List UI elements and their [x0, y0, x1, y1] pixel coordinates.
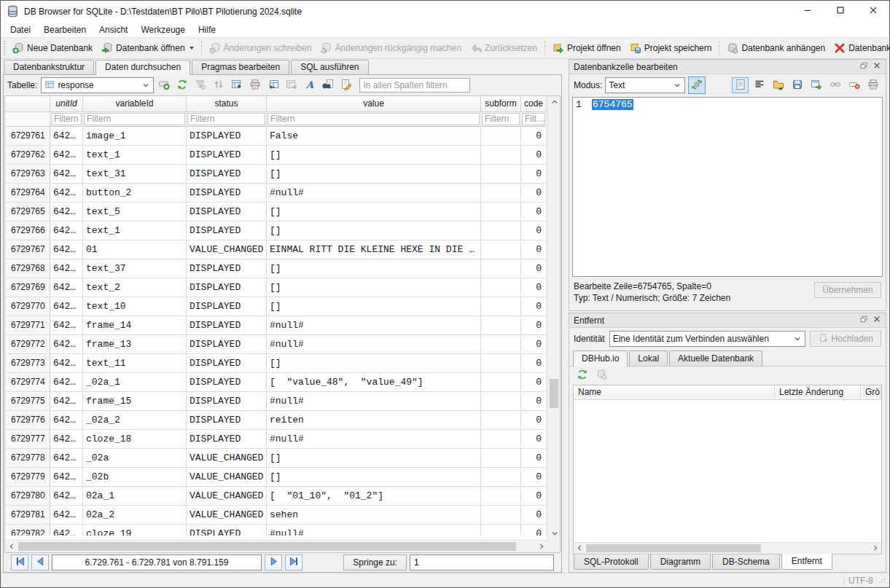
table-row[interactable]: 6729766642…text_1DISPLAYED[]0 — [5, 222, 547, 240]
save-filter-sort-button[interactable] — [211, 77, 227, 93]
cell-status[interactable]: DISPLAYED — [187, 411, 267, 430]
cell-status[interactable]: DISPLAYED — [187, 222, 267, 240]
cell-code[interactable]: 0 — [521, 392, 547, 411]
edit-cells-button[interactable] — [338, 77, 354, 93]
cell-subform[interactable] — [481, 468, 521, 487]
cell-status[interactable]: DISPLAYED — [187, 392, 267, 411]
tab-sql-ausf-hren[interactable]: SQL ausführen — [291, 60, 368, 74]
cell-variableid[interactable]: text_37 — [83, 259, 187, 278]
datenbank-anh-ngen-button[interactable]: Datenbank anhängen — [722, 39, 830, 57]
cell-subform[interactable] — [481, 487, 521, 506]
cell-variableid[interactable]: _02a_2 — [83, 411, 187, 430]
table-row[interactable]: 6729779642…_02bVALUE_CHANGED[]0 — [5, 468, 547, 487]
import-cell-data-button[interactable] — [770, 77, 786, 93]
table-selector[interactable]: response — [41, 77, 154, 93]
cell-editor-value[interactable]: 6754765 — [592, 99, 633, 110]
export-records-button[interactable] — [284, 77, 300, 93]
cell-variableid[interactable]: cloze_18 — [83, 430, 187, 449]
cell-subform[interactable] — [481, 127, 521, 146]
cell-value[interactable]: sehen — [267, 506, 481, 525]
export-cell-data-button[interactable] — [789, 77, 805, 93]
column-filter-input[interactable]: Filtern — [187, 113, 265, 125]
cell-variableid[interactable]: _02a_1 — [83, 373, 187, 392]
remote-tab-aktuelle-datenbank[interactable]: Aktuelle Datenbank — [669, 350, 762, 366]
cell-value[interactable]: [] — [267, 146, 481, 165]
float-panel-icon[interactable] — [859, 315, 868, 326]
table-row[interactable]: 6729769642…text_2DISPLAYED[]0 — [5, 278, 547, 297]
cell-status[interactable]: VALUE_CHANGED — [187, 240, 267, 259]
cell-unitid[interactable]: 642… — [50, 278, 83, 297]
row-number[interactable]: 6729778 — [5, 449, 50, 468]
column-header-unitid[interactable]: unitId — [50, 96, 83, 112]
vertical-scroll-thumb[interactable] — [550, 379, 558, 408]
last-record-button[interactable] — [285, 554, 302, 571]
cell-value[interactable]: [] — [267, 203, 481, 222]
cell-code[interactable]: 0 — [521, 203, 547, 222]
cell-code[interactable]: 0 — [521, 354, 547, 373]
row-number[interactable]: 6729771 — [5, 316, 50, 335]
text-mode-button[interactable] — [732, 77, 749, 93]
cell-value[interactable]: [] — [267, 354, 481, 373]
encoding-indicator[interactable]: UTF-8 — [848, 576, 873, 586]
cell-code[interactable]: 0 — [521, 165, 547, 184]
remote-table-body[interactable] — [574, 400, 881, 542]
cell-code[interactable]: 0 — [521, 316, 547, 335]
row-number[interactable]: 6729765 — [5, 203, 50, 222]
apply-button[interactable]: Übernehmen — [814, 282, 881, 298]
cell-variableid[interactable]: text_11 — [83, 354, 187, 373]
cell-variableid[interactable]: text_1 — [83, 222, 187, 240]
scroll-right-arrow-icon[interactable] — [535, 541, 547, 553]
import-records-button[interactable] — [265, 77, 281, 93]
cell-variableid[interactable]: text_1 — [83, 146, 187, 165]
table-row[interactable]: 6729765642…text_5DISPLAYED[]0 — [5, 203, 547, 222]
first-record-button[interactable] — [11, 554, 28, 571]
cell-code[interactable]: 0 — [521, 373, 547, 392]
close-window-button[interactable] — [856, 1, 889, 22]
cell-value[interactable]: [ "01_10", "01_2"] — [267, 487, 481, 506]
cell-unitid[interactable]: 642… — [50, 525, 83, 536]
mode-selector[interactable]: Text — [605, 77, 685, 93]
close-panel-icon[interactable] — [873, 315, 881, 326]
remote-scroll-thumb[interactable] — [586, 544, 761, 552]
row-number[interactable]: 6729770 — [5, 297, 50, 316]
column-header-value[interactable]: value — [267, 96, 481, 112]
cell-value[interactable]: [] — [267, 165, 481, 184]
cell-status[interactable]: DISPLAYED — [187, 203, 267, 222]
cell-value[interactable]: EINMAL RITT DIE KLEINE HEXE IN DIE … — [267, 240, 481, 259]
cell-subform[interactable] — [481, 335, 521, 354]
cell-variableid[interactable]: _02a — [83, 449, 187, 468]
cell-subform[interactable] — [481, 222, 521, 240]
cell-subform[interactable] — [481, 411, 521, 430]
row-number[interactable]: 6729768 — [5, 259, 50, 278]
remote-column-header-letzte-nderung[interactable]: Letzte Änderung — [775, 385, 861, 399]
refresh-table-button[interactable] — [174, 77, 190, 93]
cell-code[interactable]: 0 — [521, 127, 547, 146]
filter-all-columns-input[interactable] — [359, 78, 470, 93]
previous-record-button[interactable] — [31, 554, 49, 571]
cell-status[interactable]: DISPLAYED — [187, 259, 267, 278]
cell-subform[interactable] — [481, 165, 521, 184]
remote-horizontal-scrollbar[interactable] — [574, 542, 881, 554]
tab-datenbankstruktur[interactable]: Datenbankstruktur — [4, 60, 94, 74]
cell-variableid[interactable]: frame_14 — [83, 316, 187, 335]
horizontal-scrollbar[interactable] — [5, 540, 547, 552]
table-row[interactable]: 6729773642…text_11DISPLAYED[]0 — [5, 354, 547, 373]
table-row[interactable]: 6729774642…_02a_1DISPLAYED[ "value_48", … — [5, 373, 547, 392]
cell-value[interactable]: [] — [267, 468, 481, 487]
cell-code[interactable]: 0 — [521, 297, 547, 316]
jump-to-input[interactable] — [410, 554, 554, 571]
cell-code[interactable]: 0 — [521, 259, 547, 278]
cell-subform[interactable] — [481, 430, 521, 449]
cell-value[interactable]: #null# — [267, 430, 481, 449]
cell-variableid[interactable]: frame_15 — [83, 392, 187, 411]
tab-pragmas-bearbeiten[interactable]: Pragmas bearbeiten — [192, 60, 289, 74]
menu-item-bearbeiten[interactable]: Bearbeiten — [37, 23, 93, 37]
cell-value[interactable]: #null# — [267, 392, 481, 411]
table-row[interactable]: 6729763642…text_31DISPLAYED[]0 — [5, 165, 547, 184]
cell-status[interactable]: DISPLAYED — [187, 525, 267, 536]
cell-subform[interactable] — [481, 203, 521, 222]
cell-variableid[interactable]: text_5 — [83, 203, 187, 222]
cell-code[interactable]: 0 — [521, 525, 547, 536]
refresh-remote-icon[interactable] — [577, 369, 588, 383]
cell-subform[interactable] — [481, 297, 521, 316]
